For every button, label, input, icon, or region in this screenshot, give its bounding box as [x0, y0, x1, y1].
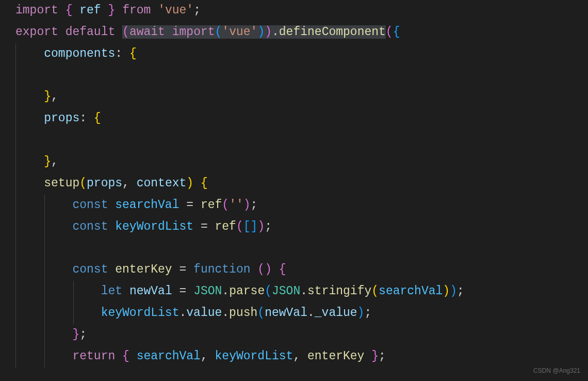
punct: ;	[265, 220, 272, 233]
variable: searchVal	[115, 198, 179, 212]
variable: keyWordList	[101, 306, 179, 320]
paren: (	[215, 25, 222, 39]
paren: )	[357, 306, 365, 320]
function-call: ref	[215, 220, 236, 233]
code-line[interactable]: };	[15, 324, 573, 346]
keyword: from	[122, 4, 151, 17]
code-editor[interactable]: import { ref } from 'vue'; export defaul…	[0, 0, 588, 368]
punct: ;	[379, 350, 386, 363]
operator: =	[179, 263, 186, 276]
method: push	[229, 306, 257, 320]
brace: }	[44, 155, 51, 168]
variable: enterKey	[307, 350, 364, 363]
keyword: export	[15, 25, 58, 39]
punct: ;	[193, 4, 201, 17]
punct: .	[222, 306, 229, 320]
string: ''	[229, 198, 243, 212]
punct: ,	[201, 350, 208, 363]
paren: )	[265, 25, 272, 39]
variable: newVal	[129, 284, 172, 298]
code-line[interactable]: keyWordList.value.push(newVal._value);	[15, 303, 573, 324]
keyword: default	[66, 25, 116, 39]
paren: )	[450, 284, 457, 298]
paren: )	[243, 198, 251, 212]
punct: .	[307, 306, 315, 320]
bracket: [	[243, 220, 251, 233]
code-line[interactable]: let newVal = JSON.parse(JSON.stringify(s…	[15, 281, 573, 303]
paren: (	[222, 198, 229, 212]
brace: {	[66, 4, 73, 17]
code-line[interactable]: export default (await import('vue')).def…	[15, 22, 573, 43]
method: parse	[229, 284, 265, 298]
brace: {	[122, 350, 129, 363]
variable: searchVal	[379, 284, 443, 298]
punct: .	[179, 306, 186, 320]
punct: ,	[51, 155, 58, 168]
punct: .	[222, 284, 229, 298]
code-line[interactable]: },	[15, 151, 573, 173]
paren: (	[257, 306, 265, 320]
code-line[interactable]: return { searchVal, keyWordList, enterKe…	[15, 346, 573, 368]
method: setup	[44, 177, 79, 190]
paren: )	[257, 220, 265, 233]
function-call: defineComponent	[279, 25, 386, 39]
punct: ,	[122, 177, 129, 190]
code-line[interactable]	[15, 65, 573, 87]
paren: (	[265, 284, 272, 298]
property: value	[186, 306, 222, 320]
class: JSON	[193, 284, 222, 298]
punct: :	[115, 47, 122, 60]
punct: ;	[251, 198, 258, 212]
code-line[interactable]: setup(props, context) {	[15, 173, 573, 195]
string: 'vue'	[222, 25, 257, 39]
parameter: props	[87, 177, 122, 190]
watermark: CSDN @Ang321	[533, 366, 580, 377]
brace: }	[72, 328, 79, 341]
keyword: const	[72, 263, 108, 276]
brace: }	[371, 350, 379, 363]
brace: {	[279, 263, 286, 276]
paren: (	[386, 25, 393, 39]
parameter: context	[137, 177, 187, 190]
keyword: function	[193, 263, 250, 276]
code-line[interactable]	[15, 130, 573, 151]
property: props	[44, 112, 79, 125]
keyword: return	[72, 350, 115, 363]
code-line[interactable]: const searchVal = ref('');	[15, 195, 573, 216]
brace: {	[201, 177, 208, 190]
keyword: import	[15, 4, 58, 17]
paren: (	[236, 220, 243, 233]
code-line[interactable]	[15, 237, 573, 259]
code-line[interactable]: import { ref } from 'vue';	[15, 0, 573, 22]
keyword: const	[72, 198, 108, 212]
variable: keyWordList	[215, 350, 293, 363]
code-line[interactable]: },	[15, 86, 573, 108]
function-call: ref	[201, 198, 222, 212]
brace: }	[108, 4, 116, 17]
keyword: await	[129, 25, 165, 39]
code-line[interactable]: props: {	[15, 108, 573, 130]
punct: .	[300, 284, 307, 298]
punct: ,	[51, 90, 58, 103]
bracket: ]	[251, 220, 258, 233]
variable: keyWordList	[115, 220, 193, 233]
paren: )	[443, 284, 450, 298]
code-line[interactable]: const keyWordList = ref([]);	[15, 216, 573, 238]
punct: ,	[293, 350, 300, 363]
keyword: import	[172, 25, 215, 39]
property: _value	[315, 306, 357, 320]
identifier: ref	[79, 4, 101, 17]
paren: )	[265, 263, 272, 276]
paren: )	[257, 25, 265, 39]
paren: (	[79, 177, 87, 190]
method: stringify	[307, 284, 371, 298]
operator: =	[179, 284, 187, 298]
paren: (	[122, 25, 129, 39]
operator: =	[186, 198, 193, 212]
operator: =	[201, 220, 208, 233]
variable: enterKey	[115, 263, 172, 276]
punct: ;	[457, 284, 464, 298]
code-line[interactable]: components: {	[15, 43, 573, 65]
code-line[interactable]: const enterKey = function () {	[15, 259, 573, 281]
keyword: const	[72, 220, 108, 233]
